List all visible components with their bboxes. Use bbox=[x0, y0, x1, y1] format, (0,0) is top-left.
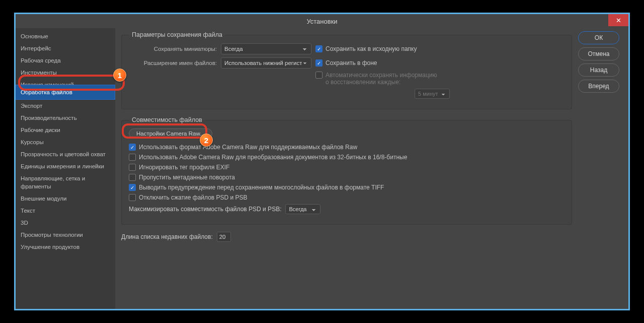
close-button[interactable]: ✕ bbox=[608, 14, 628, 26]
auto-save-label: Автоматически сохранять информацию о вос… bbox=[326, 72, 437, 86]
auto-save-checkbox[interactable]: Автоматически сохранять информацию о вос… bbox=[315, 72, 437, 86]
ignore-exif-label: Игнорировать тег профиля EXIF bbox=[139, 164, 229, 171]
titlebar: Установки ✕ bbox=[16, 14, 628, 28]
skip-rotation-label: Пропустить метаданные поворота bbox=[139, 174, 235, 181]
sidebar-item-general[interactable]: Основные bbox=[16, 30, 115, 42]
save-bg-checkbox[interactable]: ✓ Сохранить в фоне bbox=[315, 59, 377, 67]
sidebar-item-interface[interactable]: Интерфейс bbox=[16, 42, 115, 54]
annotation-badge-1: 1 bbox=[113, 69, 126, 82]
sidebar-item-tools[interactable]: Инструменты bbox=[16, 67, 115, 79]
forward-button[interactable]: Вперед bbox=[578, 80, 619, 93]
checkmark-icon: ✓ bbox=[129, 144, 136, 151]
tiff-warning-checkbox[interactable]: ✓ Выводить предупреждение перед сохранен… bbox=[129, 184, 384, 191]
checkbox-icon bbox=[129, 194, 136, 201]
auto-save-interval-select[interactable]: 5 минут bbox=[415, 89, 450, 99]
content-area: Параметры сохранения файла Сохранять мин… bbox=[115, 28, 578, 309]
dialog-body: Основные Интерфейс Рабочая среда Инструм… bbox=[16, 28, 628, 309]
use-acr-32bit-label: Использовать Adobe Camera Raw для преобр… bbox=[139, 154, 407, 161]
save-bg-label: Сохранить в фоне bbox=[326, 59, 377, 67]
section-file-compat: Совместимость файлов 2 Настройки Camera … bbox=[121, 116, 572, 225]
thumbs-label: Сохранять миниатюры: bbox=[129, 46, 217, 52]
annotation-badge-2: 2 bbox=[200, 134, 213, 147]
sidebar-item-3d[interactable]: 3D bbox=[16, 217, 115, 229]
max-compat-select[interactable]: Всегда bbox=[285, 204, 320, 214]
dialog-title: Установки bbox=[306, 18, 337, 25]
sidebar-item-product-improvement[interactable]: Улучшение продуктов bbox=[16, 241, 115, 253]
max-compat-label: Максимизировать совместимость файлов PSD… bbox=[129, 206, 281, 213]
sidebar-item-history[interactable]: История изменений bbox=[16, 79, 115, 85]
tiff-warning-label: Выводить предупреждение перед сохранение… bbox=[139, 184, 384, 191]
sidebar-item-tech-previews[interactable]: Просмотры технологии bbox=[16, 229, 115, 241]
sidebar-item-transparency[interactable]: Прозрачность и цветовой охват bbox=[16, 148, 115, 160]
ext-label: Расширение имен файлов: bbox=[129, 60, 217, 66]
sidebar-item-workspace[interactable]: Рабочая среда bbox=[16, 54, 115, 67]
sidebar-item-plugins[interactable]: Внешние модули bbox=[16, 192, 115, 205]
sidebar-item-units[interactable]: Единицы измерения и линейки bbox=[16, 160, 115, 172]
ok-button[interactable]: ОК bbox=[578, 31, 619, 44]
sidebar-item-file-handling[interactable]: Обработка файлов bbox=[16, 85, 115, 100]
close-icon: ✕ bbox=[616, 17, 621, 24]
use-camera-raw-label: Использовать формат Adobe Camera Raw для… bbox=[139, 144, 357, 151]
recent-files-input[interactable] bbox=[217, 232, 231, 242]
sidebar-item-performance[interactable]: Производительность bbox=[16, 112, 115, 124]
sidebar: Основные Интерфейс Рабочая среда Инструм… bbox=[16, 28, 115, 309]
ext-select[interactable]: Использовать нижний регистр bbox=[221, 57, 311, 69]
skip-rotation-checkbox[interactable]: Пропустить метаданные поворота bbox=[129, 174, 235, 181]
cancel-button[interactable]: Отмена bbox=[578, 47, 619, 60]
sidebar-item-cursors[interactable]: Курсоры bbox=[16, 136, 115, 148]
save-original-checkbox[interactable]: ✓ Сохранить как в исходную папку bbox=[315, 45, 417, 52]
thumbs-select[interactable]: Всегда bbox=[221, 43, 311, 54]
disable-compression-label: Отключить сжатие файлов PSD и PSB bbox=[139, 194, 248, 201]
checkbox-icon bbox=[129, 164, 136, 171]
section-file-save: Параметры сохранения файла Сохранять мин… bbox=[121, 31, 572, 109]
save-original-label: Сохранить как в исходную папку bbox=[326, 45, 417, 52]
checkmark-icon: ✓ bbox=[315, 45, 323, 52]
sidebar-item-export[interactable]: Экспорт bbox=[16, 100, 115, 112]
section-file-compat-legend: Совместимость файлов bbox=[129, 116, 205, 123]
checkbox-icon bbox=[315, 72, 323, 79]
checkbox-icon bbox=[129, 174, 136, 181]
camera-raw-settings-button[interactable]: Настройки Camera Raw... bbox=[129, 128, 212, 139]
back-button[interactable]: Назад bbox=[578, 63, 619, 77]
use-acr-32bit-checkbox[interactable]: Использовать Adobe Camera Raw для преобр… bbox=[129, 154, 407, 161]
ignore-exif-checkbox[interactable]: Игнорировать тег профиля EXIF bbox=[129, 164, 229, 171]
section-file-save-legend: Параметры сохранения файла bbox=[129, 31, 225, 38]
recent-files-label: Длина списка недавних файлов: bbox=[121, 233, 213, 240]
sidebar-item-guides[interactable]: Направляющие, сетка и фрагменты bbox=[16, 172, 115, 192]
sidebar-item-text[interactable]: Текст bbox=[16, 205, 115, 217]
dialog-frame: Установки ✕ Основные Интерфейс Рабочая с… bbox=[14, 13, 630, 310]
checkmark-icon: ✓ bbox=[129, 184, 136, 191]
use-camera-raw-checkbox[interactable]: ✓ Использовать формат Adobe Camera Raw д… bbox=[129, 144, 357, 151]
sidebar-item-scratch-disks[interactable]: Рабочие диски bbox=[16, 124, 115, 136]
action-buttons-column: ОК Отмена Назад Вперед bbox=[578, 28, 628, 309]
checkmark-icon: ✓ bbox=[315, 59, 323, 67]
disable-compression-checkbox[interactable]: Отключить сжатие файлов PSD и PSB bbox=[129, 194, 248, 201]
checkbox-icon bbox=[129, 154, 136, 161]
